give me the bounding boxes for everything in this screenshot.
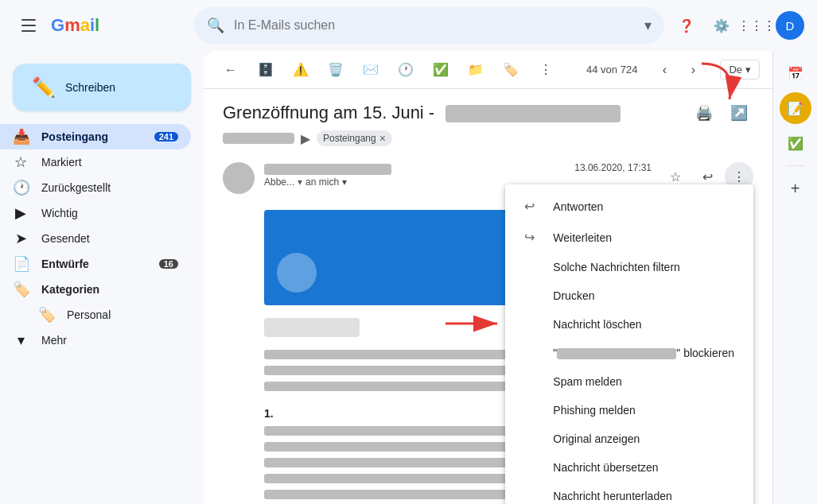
delete-button[interactable]: 🗑️ (321, 56, 350, 84)
tag-close-icon[interactable]: × (379, 132, 386, 145)
dropdown-item-phishing[interactable]: Phishing melden (505, 396, 753, 425)
sender-avatar (223, 162, 255, 194)
compose-label: Schreiben (65, 81, 115, 94)
dropdown-item-drucken[interactable]: Drucken (505, 281, 753, 310)
sidebar-item-posteingang[interactable]: 📥 Posteingang 241 (0, 124, 191, 149)
label-button[interactable]: 🏷️ (496, 56, 525, 84)
sidebar-item-label: Wichtig (41, 207, 178, 219)
back-button[interactable]: ← (216, 56, 245, 84)
topbar-right: ❓ ⚙️ ⋮⋮⋮ D (671, 10, 804, 41)
translate-button[interactable]: De ▾ (720, 60, 760, 79)
avatar[interactable]: D (776, 11, 804, 40)
dropdown-label: Original anzeigen (553, 432, 640, 445)
snooze-button[interactable]: 🕐 (391, 56, 420, 84)
report-spam-button[interactable]: ⚠️ (286, 56, 315, 84)
tasks-icon-button[interactable]: ✅ (780, 127, 811, 159)
sidebar-item-markiert[interactable]: ☆ Markiert (0, 149, 191, 175)
archive-button[interactable]: 🗄️ (251, 56, 280, 84)
dropdown-item-filtern[interactable]: Solche Nachrichten filtern (505, 253, 753, 281)
dropdown-label: Antworten (553, 200, 603, 213)
star-icon: ☆ (13, 153, 29, 171)
sidebar-item-personal[interactable]: 🏷️ Personal (0, 302, 191, 328)
next-email-button[interactable]: › (679, 56, 707, 84)
email-subject: Grenzöffnung am 15. Juni - (223, 103, 683, 123)
topbar: Gmail 🔍 ▾ ❓ ⚙️ ⋮⋮⋮ D (0, 0, 817, 51)
subject-blurred (445, 105, 621, 122)
tag-label: Posteingang (323, 133, 376, 144)
search-bar[interactable]: 🔍 ▾ (194, 7, 664, 44)
translate-label: De (729, 64, 742, 76)
dropdown-item-uebersetzen[interactable]: Nachricht übersetzen (505, 453, 753, 482)
sidebar-item-gesendet[interactable]: ➤ Gesendet (0, 226, 191, 251)
dropdown-item-antworten[interactable]: ↩ Antworten (505, 191, 753, 222)
sidebar-item-mehr[interactable]: ▾ Mehr (0, 328, 191, 353)
sender-name (264, 162, 565, 175)
clock-icon: 🕐 (13, 179, 29, 196)
email-message: Abbe... ▾ an mich ▾ 13.06.2020, 17:31 ☆ … (204, 153, 772, 504)
prev-email-button[interactable]: ‹ (650, 56, 679, 84)
dropdown-label: Nachricht übersetzen (553, 461, 658, 474)
more-icon: ▾ (13, 331, 29, 349)
sender-abbr: Abbe... (264, 176, 294, 188)
dropdown-item-weiterleiten[interactable]: ↪ Weiterleiten (505, 222, 753, 253)
sidebar-item-kategorien[interactable]: 🏷️ Kategorien (0, 277, 191, 302)
email-subject-bar: Grenzöffnung am 15. Juni - 🖨️ ↗️ (204, 89, 772, 130)
open-new-window-button[interactable]: ↗️ (725, 99, 753, 127)
label-icon: ▶ (13, 204, 29, 222)
settings-button[interactable]: ⚙️ (706, 10, 737, 41)
calendar-icon-button[interactable]: 📅 (780, 57, 811, 89)
sidebar-item-wichtig[interactable]: ▶ Wichtig (0, 200, 191, 226)
right-sidebar-divider (786, 165, 805, 166)
posteingang-tag[interactable]: Posteingang × (317, 130, 392, 146)
to-me-dropdown-icon[interactable]: ▾ (342, 176, 347, 188)
dropdown-label: Spam melden (553, 375, 621, 388)
sidebar-item-label: Posteingang (41, 130, 142, 143)
dropdown-item-original[interactable]: Original anzeigen (505, 425, 753, 453)
sender-dropdown-icon[interactable]: ▾ (298, 176, 302, 188)
draft-badge: 16 (159, 259, 178, 269)
forward-icon: ↪ (524, 230, 540, 245)
right-sidebar-add-button[interactable]: + (780, 173, 811, 204)
sidebar-item-label: Gesendet (41, 232, 178, 245)
dropdown-menu: ↩ Antworten ↪ Weiterleiten Solche Nachri… (505, 184, 753, 504)
gmail-logo: Gmail (51, 15, 99, 36)
sidebar-item-entwuerfe[interactable]: 📄 Entwürfe 16 (0, 251, 191, 277)
move-to-button[interactable]: 📁 (461, 56, 490, 84)
compose-button[interactable]: ✏️ Schreiben (13, 64, 191, 111)
more-actions-button[interactable]: ⋮ (531, 56, 560, 84)
search-icon: 🔍 (207, 17, 224, 34)
print-button[interactable]: 🖨️ (690, 99, 718, 127)
hamburger-icon (21, 19, 36, 32)
gmail-m-icon: Gmail (51, 15, 99, 36)
email-count: 44 von 724 (586, 64, 637, 76)
toolbar-navigation: ‹ › (650, 56, 707, 84)
search-dropdown-icon[interactable]: ▾ (644, 17, 652, 34)
sidebar-item-zurueckgestellt[interactable]: 🕐 Zurückgestellt (0, 175, 191, 200)
notes-icon-button[interactable]: 📝 (780, 92, 811, 124)
sidebar-item-label: Zurückgestellt (41, 181, 178, 194)
sidebar-item-label: Mehr (41, 334, 178, 347)
sidebar-item-label: Markiert (41, 156, 178, 169)
dropdown-label: Nachricht herunterladen (553, 490, 671, 502)
inbox-icon: 📥 (13, 128, 29, 145)
dropdown-item-blockieren[interactable]: "" blockieren (505, 339, 753, 367)
dropdown-label: Solche Nachrichten filtern (553, 261, 680, 273)
sidebar-item-label: Entwürfe (41, 258, 146, 270)
menu-icon[interactable] (13, 10, 45, 41)
inbox-badge: 241 (154, 132, 178, 142)
search-input[interactable] (234, 18, 635, 33)
expand-icon: 🏷️ (13, 281, 29, 298)
mark-unread-button[interactable]: ✉️ (356, 56, 385, 84)
reply-icon: ↩ (524, 199, 540, 214)
dropdown-label: Nachricht löschen (553, 318, 641, 331)
task-button[interactable]: ✅ (426, 56, 455, 84)
email-toolbar: ← 🗄️ ⚠️ 🗑️ ✉️ 🕐 ✅ 📁 🏷️ ⋮ 44 von 724 ‹ › … (204, 51, 772, 89)
right-sidebar: 📅 📝 ✅ + (772, 51, 817, 504)
dropdown-item-loeschen[interactable]: Nachricht löschen (505, 310, 753, 339)
dropdown-item-herunterladen[interactable]: Nachricht herunterladen (505, 482, 753, 504)
sender-tag-blurred (223, 133, 294, 144)
apps-button[interactable]: ⋮⋮⋮ (741, 10, 772, 41)
compose-plus-icon: ✏️ (32, 76, 56, 99)
help-button[interactable]: ❓ (671, 10, 702, 41)
dropdown-item-spam[interactable]: Spam melden (505, 367, 753, 396)
